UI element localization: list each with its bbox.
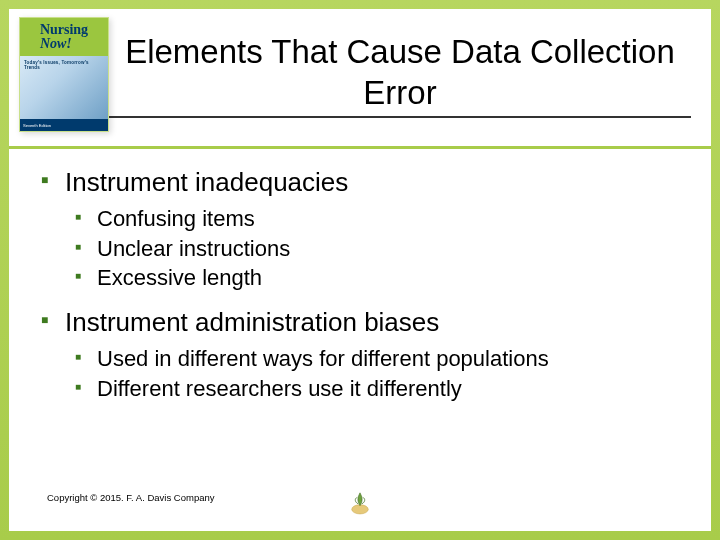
- bullet-item: Instrument inadequacies Confusing items …: [39, 167, 681, 293]
- sub-bullet-item: Unclear instructions: [73, 234, 681, 264]
- book-title: Nursing Now!: [40, 23, 88, 51]
- sub-bullet-item: Used in different ways for different pop…: [73, 344, 681, 374]
- slide-frame: Nursing Now! Today's Issues, Tomorrow's …: [0, 0, 720, 540]
- book-subtitle: Today's Issues, Tomorrow's Trends: [24, 60, 104, 70]
- title-wrap: Elements That Cause Data Collection Erro…: [109, 9, 711, 118]
- sub-bullet-text: Used in different ways for different pop…: [97, 346, 549, 371]
- sub-bullet-text: Confusing items: [97, 206, 255, 231]
- sub-bullet-text: Excessive length: [97, 265, 262, 290]
- header: Nursing Now! Today's Issues, Tomorrow's …: [9, 9, 711, 149]
- book-edition: Seventh Edition: [23, 123, 51, 128]
- bullet-text: Instrument administration biases: [65, 307, 439, 337]
- book-title-now: Now!: [40, 36, 72, 51]
- sub-bullet-list: Used in different ways for different pop…: [73, 344, 681, 403]
- sub-bullet-item: Excessive length: [73, 263, 681, 293]
- slide-title: Elements That Cause Data Collection Erro…: [109, 31, 691, 118]
- sub-bullet-item: Confusing items: [73, 204, 681, 234]
- book-cover-image: Today's Issues, Tomorrow's Trends: [20, 56, 108, 119]
- sub-bullet-text: Different researchers use it differently: [97, 376, 462, 401]
- book-cover-bottom: Seventh Edition: [20, 119, 108, 131]
- footer-ornament-icon: [349, 489, 371, 515]
- sub-bullet-text: Unclear instructions: [97, 236, 290, 261]
- book-cover-top: Nursing Now!: [20, 18, 108, 56]
- bullet-item: Instrument administration biases Used in…: [39, 307, 681, 403]
- bullet-list: Instrument inadequacies Confusing items …: [39, 167, 681, 403]
- copyright: Copyright © 2015. F. A. Davis Company: [47, 492, 215, 503]
- book-title-main: Nursing: [40, 22, 88, 37]
- sub-bullet-item: Different researchers use it differently: [73, 374, 681, 404]
- bullet-text: Instrument inadequacies: [65, 167, 348, 197]
- slide-body: Nursing Now! Today's Issues, Tomorrow's …: [9, 9, 711, 531]
- book-cover: Nursing Now! Today's Issues, Tomorrow's …: [19, 17, 109, 132]
- sub-bullet-list: Confusing items Unclear instructions Exc…: [73, 204, 681, 293]
- content-area: Instrument inadequacies Confusing items …: [9, 149, 711, 403]
